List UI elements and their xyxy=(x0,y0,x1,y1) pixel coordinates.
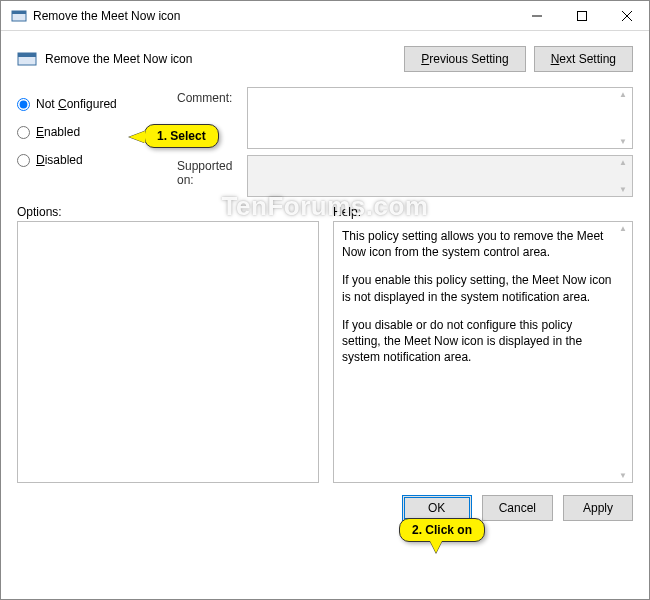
comment-textarea[interactable]: ▲ ▼ xyxy=(247,87,633,149)
radio-disabled[interactable]: Disabled xyxy=(17,153,177,167)
titlebar: Remove the Meet Now icon xyxy=(1,1,649,31)
radio-enabled-input[interactable] xyxy=(17,126,30,139)
previous-setting-button[interactable]: Previous Setting xyxy=(404,46,525,72)
svg-rect-1 xyxy=(12,11,26,14)
next-setting-button[interactable]: Next Setting xyxy=(534,46,633,72)
policy-icon xyxy=(17,49,37,69)
setting-title: Remove the Meet Now icon xyxy=(45,52,404,66)
scroll-down-icon: ▼ xyxy=(616,185,630,194)
panel-labels: Options: Help: xyxy=(17,205,633,219)
comment-label: Comment: xyxy=(177,87,247,105)
close-button[interactable] xyxy=(604,1,649,31)
window-title: Remove the Meet Now icon xyxy=(33,9,514,23)
annotation-click-ok: 2. Click on xyxy=(399,518,485,542)
meta-area: Comment: ▲ ▼ Supported on: ▲ ▼ xyxy=(177,87,633,197)
maximize-button[interactable] xyxy=(559,1,604,31)
help-text: This policy setting allows you to remove… xyxy=(334,222,632,383)
scroll-up-icon: ▲ xyxy=(616,224,630,233)
scroll-down-icon: ▼ xyxy=(616,471,630,480)
help-paragraph: If you enable this policy setting, the M… xyxy=(342,272,614,304)
supported-on-box: ▲ ▼ xyxy=(247,155,633,197)
help-paragraph: This policy setting allows you to remove… xyxy=(342,228,614,260)
bottom-bar: OK Cancel Apply xyxy=(1,483,649,533)
config-area: Not Configured Enabled Disabled Comment:… xyxy=(17,87,633,197)
options-panel xyxy=(17,221,319,483)
cancel-button[interactable]: Cancel xyxy=(482,495,553,521)
minimize-button[interactable] xyxy=(514,1,559,31)
annotation-select: 1. Select xyxy=(144,124,219,148)
help-paragraph: If you disable or do not configure this … xyxy=(342,317,614,366)
radio-not-configured[interactable]: Not Configured xyxy=(17,97,177,111)
supported-label: Supported on: xyxy=(177,155,247,187)
header-row: Remove the Meet Now icon Previous Settin… xyxy=(17,39,633,79)
help-panel: This policy setting allows you to remove… xyxy=(333,221,633,483)
scroll-up-icon: ▲ xyxy=(616,90,630,99)
radio-not-configured-input[interactable] xyxy=(17,98,30,111)
svg-rect-7 xyxy=(18,53,36,57)
scroll-down-icon: ▼ xyxy=(616,137,630,146)
options-label: Options: xyxy=(17,205,333,219)
radio-disabled-input[interactable] xyxy=(17,154,30,167)
content-area: Remove the Meet Now icon Previous Settin… xyxy=(1,31,649,483)
app-icon xyxy=(11,8,27,24)
apply-button[interactable]: Apply xyxy=(563,495,633,521)
svg-rect-3 xyxy=(577,11,586,20)
panels: This policy setting allows you to remove… xyxy=(17,221,633,483)
scroll-up-icon: ▲ xyxy=(616,158,630,167)
help-label: Help: xyxy=(333,205,361,219)
